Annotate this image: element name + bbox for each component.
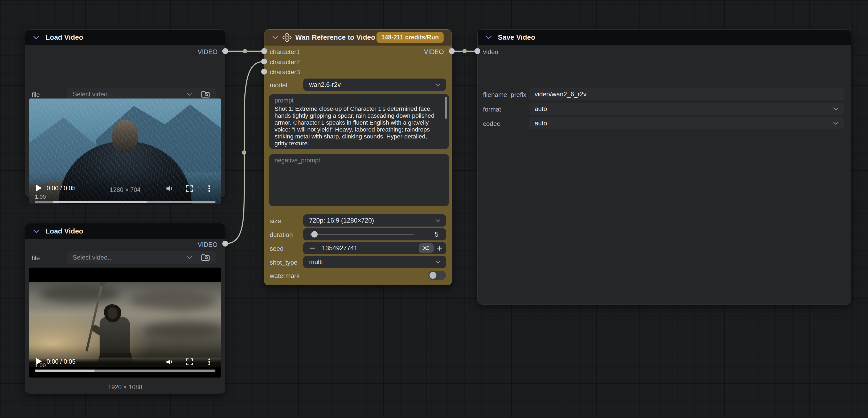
- fullscreen-icon[interactable]: [186, 358, 193, 366]
- codec-label: codec: [483, 120, 500, 128]
- model-select[interactable]: wan2.6-r2v: [303, 78, 446, 91]
- node-title: Wan Reference to Video: [295, 33, 375, 41]
- size-label: size: [270, 217, 281, 225]
- file-label: file: [32, 91, 40, 98]
- codec-select[interactable]: auto: [529, 117, 844, 129]
- shot-type-select[interactable]: multi: [303, 256, 446, 268]
- wire-midpoint-dot: [243, 49, 247, 53]
- slider-handle[interactable]: [311, 231, 318, 237]
- shuffle-icon: [423, 245, 430, 251]
- video-dimensions-caption: 1280 × 704: [25, 186, 225, 194]
- model-label: model: [270, 82, 287, 89]
- node-title: Load Video: [45, 227, 83, 235]
- codec-value: auto: [529, 120, 547, 127]
- filename-prefix-value: video/wan2_6_r2v: [529, 91, 587, 98]
- node-wan-reference-to-video: Wan Reference to Video 148-211 credits/R…: [264, 29, 452, 285]
- seed-increment-button[interactable]: [434, 242, 445, 254]
- wire-midpoint-dot: [463, 49, 467, 53]
- input-label-character3: character3: [270, 68, 300, 76]
- output-label-video: VIDEO: [197, 241, 218, 248]
- filename-prefix-label: filename_prefix: [483, 91, 526, 98]
- node-save-video: Save Video video filename_prefix video/w…: [477, 29, 851, 304]
- collapse-chevron-icon[interactable]: [33, 229, 39, 233]
- collapse-chevron-icon[interactable]: [486, 36, 492, 39]
- prompt-label: prompt: [275, 97, 294, 104]
- slider-track[interactable]: [310, 234, 414, 235]
- progress-bar[interactable]: [35, 201, 215, 203]
- more-options-icon[interactable]: [205, 358, 213, 366]
- seed-stepper[interactable]: 1354927741: [303, 242, 446, 254]
- node-load-video-2: Load Video VIDEO file Select video...: [25, 223, 225, 393]
- folder-search-icon[interactable]: [201, 90, 210, 98]
- file-select-value: Select video...: [67, 91, 113, 98]
- node-title: Load Video: [45, 33, 83, 41]
- seed-decrement-button[interactable]: [307, 242, 318, 254]
- node-title: Save Video: [498, 33, 535, 41]
- file-select[interactable]: Select video...: [67, 251, 216, 264]
- prompt-text: Shot 1: Extreme close-up of Character 1'…: [275, 105, 441, 149]
- volume-icon[interactable]: [166, 358, 174, 366]
- node-graph-canvas[interactable]: Load Video VIDEO file Select video... 0:…: [0, 0, 868, 418]
- chevron-down-icon: [187, 256, 192, 259]
- output-label-video: VIDEO: [197, 48, 218, 56]
- file-select-value: Select video...: [67, 254, 113, 261]
- collapse-chevron-icon[interactable]: [272, 36, 278, 39]
- watermark-toggle[interactable]: [428, 271, 446, 280]
- time-display: 0:00 / 0:05: [46, 358, 75, 365]
- size-select[interactable]: 720p: 16:9 (1280×720): [303, 214, 446, 227]
- credits-badge: 148-211 credits/Run: [376, 32, 443, 43]
- chevron-down-icon: [187, 93, 192, 96]
- shot-type-label: shot_type: [270, 259, 298, 266]
- video-dimensions-caption: 1920 × 1088: [25, 384, 225, 391]
- node-header[interactable]: Load Video: [25, 30, 225, 45]
- toggle-knob: [430, 272, 436, 279]
- chevron-down-icon: [833, 107, 838, 110]
- wire-midpoint-dot: [242, 151, 246, 155]
- playback-rate: 1.00: [35, 362, 46, 368]
- format-label: format: [483, 106, 501, 113]
- node-header[interactable]: Wan Reference to Video 148-211 credits/R…: [265, 30, 452, 45]
- shot-type-value: multi: [303, 258, 323, 266]
- seed-randomize-button[interactable]: [419, 243, 434, 253]
- output-label-video: VIDEO: [424, 48, 444, 56]
- wire-loadvideo2-to-character2: [225, 62, 264, 244]
- chevron-down-icon: [435, 83, 441, 86]
- seed-label: seed: [270, 245, 284, 252]
- chevron-down-icon: [435, 219, 441, 222]
- folder-search-icon[interactable]: [201, 254, 210, 261]
- duration-label: duration: [270, 231, 293, 238]
- chevron-down-icon: [435, 260, 441, 264]
- file-label: file: [32, 254, 40, 262]
- playback-rate: 1.00: [35, 194, 46, 200]
- format-value: auto: [529, 105, 547, 112]
- scrollbar-thumb[interactable]: [445, 97, 447, 119]
- input-label-video: video: [483, 48, 498, 56]
- chevron-down-icon: [833, 122, 838, 125]
- collapse-chevron-icon[interactable]: [33, 36, 39, 39]
- node-load-video-1: Load Video VIDEO file Select video... 0:…: [25, 29, 225, 197]
- video-player[interactable]: 0:00 / 0:05 1.00: [29, 267, 221, 378]
- input-label-character2: character2: [270, 58, 300, 66]
- progress-bar[interactable]: [35, 369, 215, 372]
- node-header[interactable]: Save Video: [478, 30, 851, 45]
- duration-slider[interactable]: 5: [303, 228, 446, 240]
- duration-value: 5: [435, 231, 438, 238]
- size-value: 720p: 16:9 (1280×720): [303, 217, 374, 224]
- watermark-label: watermark: [270, 272, 300, 280]
- filename-prefix-input[interactable]: video/wan2_6_r2v: [529, 88, 844, 100]
- negative-prompt-placeholder: negative_prompt: [275, 157, 320, 164]
- input-label-character1: character1: [270, 48, 300, 56]
- negative-prompt-textarea[interactable]: negative_prompt: [269, 154, 449, 206]
- format-select[interactable]: auto: [529, 103, 844, 115]
- model-value: wan2.6-r2v: [303, 81, 341, 88]
- prompt-textarea[interactable]: prompt Shot 1: Extreme close-up of Chara…: [269, 94, 449, 149]
- api-node-icon: [282, 33, 291, 42]
- node-header[interactable]: Load Video: [25, 223, 225, 239]
